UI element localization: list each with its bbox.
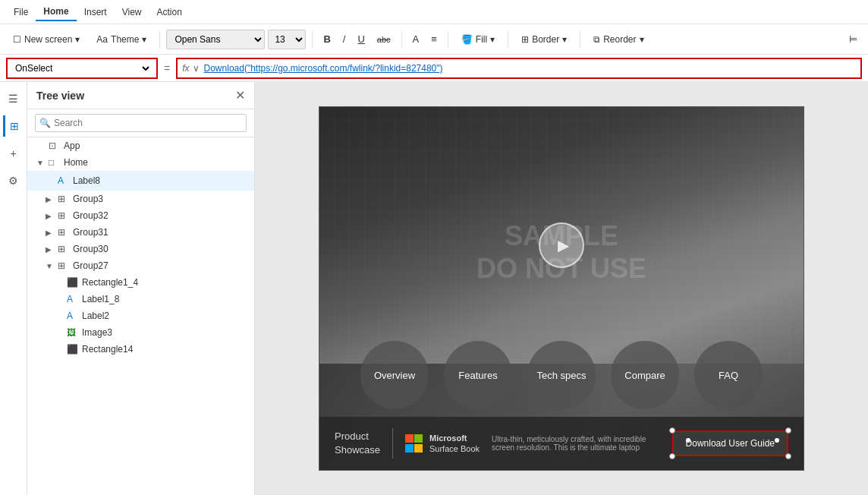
tree-search-container: 🔍 <box>27 109 254 137</box>
app-background: SAMPLE DO NOT USE <box>319 107 804 470</box>
layers-icon[interactable]: ⊞ <box>3 115 24 137</box>
divider-vertical <box>392 428 393 459</box>
nav-label: Compare <box>624 370 665 381</box>
group-icon: ⊞ <box>58 260 70 271</box>
menu-insert[interactable]: Insert <box>77 4 115 20</box>
theme-button[interactable]: Aa Theme <box>90 30 153 49</box>
tree-item-app[interactable]: ⊡ App <box>27 137 254 154</box>
menu-bar: File Home Insert View Action <box>0 0 868 24</box>
tree-item-image3[interactable]: 🖼 Image3 <box>27 324 254 341</box>
tree-item-label: Label2 <box>82 311 248 321</box>
font-size-selector[interactable]: 13 <box>268 30 306 49</box>
tree-item-group27[interactable]: ▼ ⊞ Group27 <box>27 257 254 274</box>
formula-input-area[interactable]: fx ∨ Download("https://go.microsoft.com/… <box>176 58 862 79</box>
tree-item-group31[interactable]: ▶ ⊞ Group31 <box>27 224 254 241</box>
tree-item-label8[interactable]: A Label8 ··· <box>27 171 254 191</box>
nav-label: Overview <box>374 370 415 381</box>
tree-title-text: Tree view <box>36 90 84 102</box>
tree-item-label1-8[interactable]: A Label1_8 <box>27 291 254 307</box>
hamburger-icon[interactable]: ☰ <box>3 88 24 109</box>
expand-icon: ▶ <box>46 195 55 203</box>
theme-chevron <box>142 34 146 45</box>
group-icon: ⊞ <box>58 227 70 238</box>
menu-home[interactable]: Home <box>36 3 76 21</box>
selection-handle-tr <box>785 427 791 434</box>
tree-header: Tree view ✕ <box>27 82 254 109</box>
toolbar-separator-1 <box>159 32 160 47</box>
toolbar-separator-6 <box>580 32 580 47</box>
tree-item-group3[interactable]: ▶ ⊞ Group3 <box>27 191 254 207</box>
tree-item-group30[interactable]: ▶ ⊞ Group30 <box>27 241 254 257</box>
nav-overview[interactable]: Overview <box>360 341 429 409</box>
settings-icon[interactable]: ⚙ <box>3 170 24 191</box>
fill-icon: 🪣 <box>461 34 473 45</box>
label-icon: A <box>67 294 79 304</box>
group-icon: ⊞ <box>58 244 70 254</box>
tree-item-rectangle1-4[interactable]: ⬛ Rectangle1_4 <box>27 274 254 291</box>
reorder-label: Reorder <box>603 34 636 45</box>
microsoft-logo <box>405 434 423 452</box>
download-user-guide-button[interactable]: Download User Guide <box>672 430 788 456</box>
main-area: ☰ ⊞ + ⚙ Tree view ✕ 🔍 ⊡ App <box>0 82 868 495</box>
tree-close-button[interactable]: ✕ <box>235 88 245 102</box>
align-button[interactable]: ≡ <box>426 31 442 47</box>
screen-icon: ☐ <box>13 34 21 45</box>
bold-button[interactable]: B <box>319 31 335 47</box>
fill-button[interactable]: 🪣 Fill <box>454 30 502 49</box>
formula-chevron: ∨ <box>193 63 204 74</box>
formula-property-selector[interactable]: OnSelect <box>6 58 158 79</box>
app-preview: SAMPLE DO NOT USE Overview Features Tech… <box>319 106 804 471</box>
download-btn-label: Download User Guide <box>686 438 775 449</box>
play-button[interactable] <box>539 222 584 268</box>
tree-item-rectangle14[interactable]: ⬛ Rectangle14 <box>27 341 254 358</box>
image-icon: 🖼 <box>67 327 79 338</box>
font-selector[interactable]: Open Sans <box>166 30 265 49</box>
tree-item-home[interactable]: ▼ □ Home <box>27 154 254 171</box>
brand-text: Microsoft Surface Book <box>429 433 480 455</box>
brand-name-line2: Surface Book <box>429 443 480 454</box>
nav-compare[interactable]: Compare <box>611 341 679 409</box>
nav-faq[interactable]: FAQ <box>694 341 763 409</box>
border-button[interactable]: ⊞ Border <box>514 30 574 49</box>
reorder-icon: ⧉ <box>593 34 600 45</box>
tree-item-label: Home <box>64 157 248 168</box>
toolbar-separator-5 <box>508 32 508 47</box>
nav-label: FAQ <box>719 370 738 381</box>
theme-label: Theme <box>111 34 139 45</box>
tree-item-label: Group3 <box>73 194 248 204</box>
tree-item-label: App <box>64 140 248 151</box>
strikethrough-button[interactable]: abc <box>373 33 395 46</box>
align-right-button[interactable]: ⊨ <box>844 31 862 47</box>
label-icon: A <box>58 175 70 186</box>
search-input[interactable] <box>35 114 247 132</box>
tree-item-group32[interactable]: ▶ ⊞ Group32 <box>27 207 254 224</box>
menu-file[interactable]: File <box>6 4 36 20</box>
border-label: Border <box>532 34 559 45</box>
underline-button[interactable]: U <box>353 31 369 47</box>
expand-icon: ▶ <box>46 245 55 254</box>
border-icon: ⊞ <box>521 34 529 45</box>
italic-button[interactable]: / <box>338 31 351 47</box>
tree-item-label2[interactable]: A Label2 <box>27 307 254 324</box>
new-screen-button[interactable]: ☐ New screen <box>6 30 86 49</box>
property-dropdown[interactable]: OnSelect <box>12 62 152 74</box>
tree-content: ⊡ App ▼ □ Home A Label8 ··· ▶ ⊞ Group3 <box>27 137 254 495</box>
plus-icon[interactable]: + <box>3 143 24 164</box>
nav-features[interactable]: Features <box>444 341 512 409</box>
selection-handle-br <box>785 453 791 459</box>
formula-bar: OnSelect = fx ∨ Download("https://go.mic… <box>0 55 868 82</box>
canvas-area: SAMPLE DO NOT USE Overview Features Tech… <box>255 82 868 495</box>
ms-logo-area: Microsoft Surface Book <box>405 433 480 455</box>
reorder-button[interactable]: ⧉ Reorder <box>587 30 650 49</box>
menu-action[interactable]: Action <box>149 4 190 20</box>
fx-icon: fx <box>182 63 192 74</box>
formula-content: Download("https://go.microsoft.com/fwlin… <box>204 63 443 74</box>
nav-circles: Overview Features Tech specs Compare FAQ <box>319 341 804 409</box>
screen-icon: □ <box>49 157 61 168</box>
font-color-button[interactable]: A <box>408 31 424 47</box>
sidebar-icons: ☰ ⊞ + ⚙ <box>0 82 27 495</box>
nav-tech-specs[interactable]: Tech specs <box>527 341 596 409</box>
tree-item-label: Group31 <box>73 227 248 238</box>
product-description: Ultra-thin, meticulously crafted, with i… <box>492 435 660 452</box>
menu-view[interactable]: View <box>115 4 149 20</box>
